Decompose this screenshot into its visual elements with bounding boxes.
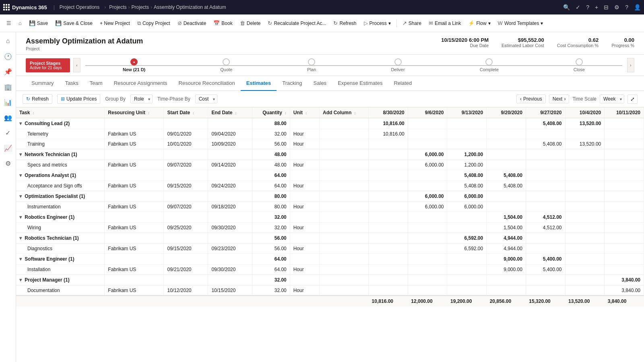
expand-group-icon[interactable]: ▾: [19, 235, 22, 241]
stage-quote[interactable]: Quote: [220, 58, 232, 72]
cost-consumption-label: Cost Consumption %: [557, 43, 599, 48]
sidebar-icon-pinned[interactable]: 📌: [1, 64, 15, 79]
stage-complete[interactable]: Complete: [480, 58, 499, 72]
col-header-start[interactable]: Start Date ↕: [164, 107, 208, 118]
search-icon[interactable]: 🔍: [563, 4, 570, 10]
timescale-select[interactable]: Week: [600, 95, 624, 103]
settings-icon[interactable]: ⚙: [614, 4, 619, 10]
save-close-button[interactable]: 💾 Save & Close: [52, 19, 96, 28]
table-group-row[interactable]: ▾ Optimization Specialist (1) 80.00 6,00…: [16, 191, 644, 202]
tab-expense-estimates[interactable]: Expense Estimates: [332, 76, 388, 91]
table-row[interactable]: Installation Fabrikam US 09/21/2020 09/3…: [16, 265, 644, 275]
stage-close[interactable]: Close: [574, 58, 585, 72]
expand-group-icon[interactable]: ▾: [19, 214, 22, 220]
tab-sales[interactable]: Sales: [308, 76, 332, 91]
delete-button[interactable]: 🗑 Delete: [237, 19, 264, 28]
tab-related[interactable]: Related: [388, 76, 417, 91]
flow-button[interactable]: ⚡ Flow ▾: [465, 19, 493, 28]
waffle-icon[interactable]: [3, 4, 10, 10]
refresh-button[interactable]: ↻ Refresh: [330, 19, 359, 28]
expand-button[interactable]: ⤢: [627, 95, 638, 104]
previous-button[interactable]: ‹ Previous: [516, 95, 546, 103]
update-prices-button[interactable]: ⊞ Update Prices: [57, 94, 100, 104]
table-row[interactable]: Specs and metrics Fabrikam US 09/07/2020…: [16, 160, 644, 170]
table-group-row[interactable]: ▾ Project Manager (1) 32.00 3,840.00: [16, 275, 644, 286]
expand-group-icon[interactable]: ▾: [19, 277, 22, 283]
tab-resource-reconciliation[interactable]: Resource Reconciliation: [173, 76, 241, 91]
tab-summary[interactable]: Summary: [26, 76, 60, 91]
col-header-resunit[interactable]: Resourcing Unit ↕: [105, 107, 164, 118]
share-button[interactable]: ↗ Share: [399, 19, 425, 28]
module-name[interactable]: Project Operations: [58, 4, 101, 10]
table-group-row[interactable]: ▾ Robotics Engineer (1) 32.00 1,504.004,…: [16, 212, 644, 223]
col-header-qty[interactable]: Quantity ↕: [252, 107, 290, 118]
sidebar-icon-projects[interactable]: 📊: [1, 95, 15, 109]
expand-group-icon[interactable]: ▾: [19, 256, 22, 262]
next-button[interactable]: Next ›: [549, 95, 570, 103]
table-group-row[interactable]: ▾ Software Engineer (1) 64.00 9,000.005,…: [16, 254, 644, 265]
table-row[interactable]: Wiring Fabrikam US 09/25/2020 09/30/2020…: [16, 223, 644, 233]
table-row[interactable]: Diagnostics Fabrikam US 09/15/2020 09/23…: [16, 244, 644, 254]
tab-tracking[interactable]: Tracking: [277, 76, 308, 91]
table-group-row[interactable]: ▾ Robotics Technician (1) 56.00 6,592.00…: [16, 233, 644, 244]
email-icon: ✉: [429, 20, 433, 26]
col-header-addcol[interactable]: Add Column ↕: [320, 107, 369, 118]
table-row[interactable]: Documentation Fabrikam US 10/12/2020 10/…: [16, 286, 644, 296]
table-row[interactable]: Training Fabrikam US 10/01/2020 10/09/20…: [16, 139, 644, 149]
table-group-row[interactable]: ▾ Consulting Lead (2) 88.00 10,816.005,4…: [16, 118, 644, 129]
copy-project-button[interactable]: ⧉ Copy Project: [134, 19, 173, 28]
new-project-button[interactable]: + New Project: [97, 19, 133, 28]
sidebar-icon-resources[interactable]: 👥: [1, 110, 15, 125]
table-row[interactable]: Telemetry Fabrikam US 09/01/2020 09/04/2…: [16, 129, 644, 139]
sidebar-icon-accounts[interactable]: 🏢: [1, 80, 15, 94]
hamburger-button[interactable]: ☰: [3, 19, 14, 28]
breadcrumb-projects2[interactable]: Projects: [132, 4, 149, 10]
recalculate-button[interactable]: ↻ Recalculate Project Ac...: [264, 19, 329, 28]
tab-resource-assignments[interactable]: Resource Assignments: [108, 76, 173, 91]
word-templates-button[interactable]: W Word Templates ▾: [495, 19, 547, 28]
email-link-button[interactable]: ✉ Email a Link: [425, 19, 464, 28]
sidebar-icon-settings[interactable]: ⚙: [1, 156, 15, 171]
sidebar-icon-reports[interactable]: 📈: [1, 141, 15, 155]
expand-group-icon[interactable]: ▾: [19, 193, 22, 199]
save-close-icon: 💾: [55, 20, 62, 26]
expand-group-icon[interactable]: ▾: [19, 121, 22, 126]
time-phase-select[interactable]: Cost: [195, 95, 217, 103]
table-group-row[interactable]: ▾ Operations Analyst (1) 64.00 5,408.005…: [16, 170, 644, 181]
expand-group-icon[interactable]: ▾: [19, 152, 22, 157]
expand-group-icon[interactable]: ▾: [19, 173, 22, 178]
stage-back-chevron[interactable]: ‹: [73, 58, 80, 72]
save-button[interactable]: 💾 Save: [26, 19, 51, 28]
stage-plan[interactable]: Plan: [307, 58, 316, 72]
tab-estimates[interactable]: Estimates: [241, 76, 277, 91]
tasks-icon[interactable]: ✓: [576, 4, 580, 10]
help-icon[interactable]: ?: [586, 4, 589, 10]
tab-team[interactable]: Team: [84, 76, 108, 91]
table-row[interactable]: Instrumentation Fabrikam US 09/07/2020 0…: [16, 202, 644, 212]
stage-deliver[interactable]: Deliver: [391, 58, 405, 72]
sidebar-icon-tasks[interactable]: ✓: [1, 125, 15, 140]
table-group-row[interactable]: ▾ Network Technician (1) 48.00 6,000.001…: [16, 149, 644, 160]
est-refresh-button[interactable]: ↻ Refresh: [23, 94, 52, 104]
group-quantity: 80.00: [252, 191, 290, 202]
question-icon[interactable]: ?: [625, 4, 628, 10]
table-row[interactable]: Acceptance and Sign offs Fabrikam US 09/…: [16, 181, 644, 191]
stage-new[interactable]: New (21 D): [123, 58, 145, 72]
filter-icon[interactable]: ⊟: [604, 4, 609, 10]
stage-forward-chevron[interactable]: ›: [627, 58, 634, 72]
home-button[interactable]: ⌂: [15, 19, 25, 28]
deactivate-button[interactable]: ⊘ Deactivate: [174, 19, 210, 28]
tab-tasks[interactable]: Tasks: [60, 76, 84, 91]
process-button[interactable]: ▷ Process ▾: [361, 19, 394, 28]
book-button[interactable]: 📅 Book: [210, 19, 235, 28]
app-logo[interactable]: Dynamics 365: [3, 4, 50, 10]
col-header-task[interactable]: Task ↕: [16, 107, 105, 118]
user-icon[interactable]: 👤: [634, 4, 641, 10]
sidebar-icon-home[interactable]: ⌂: [1, 34, 15, 48]
col-header-end[interactable]: End Date ↕: [208, 107, 252, 118]
add-icon[interactable]: +: [595, 4, 598, 10]
group-by-select[interactable]: Role: [130, 95, 153, 103]
col-header-unit[interactable]: Unit ↕: [290, 107, 319, 118]
sidebar-icon-recent[interactable]: 🕐: [1, 49, 15, 64]
breadcrumb-projects1[interactable]: Projects: [109, 4, 126, 10]
